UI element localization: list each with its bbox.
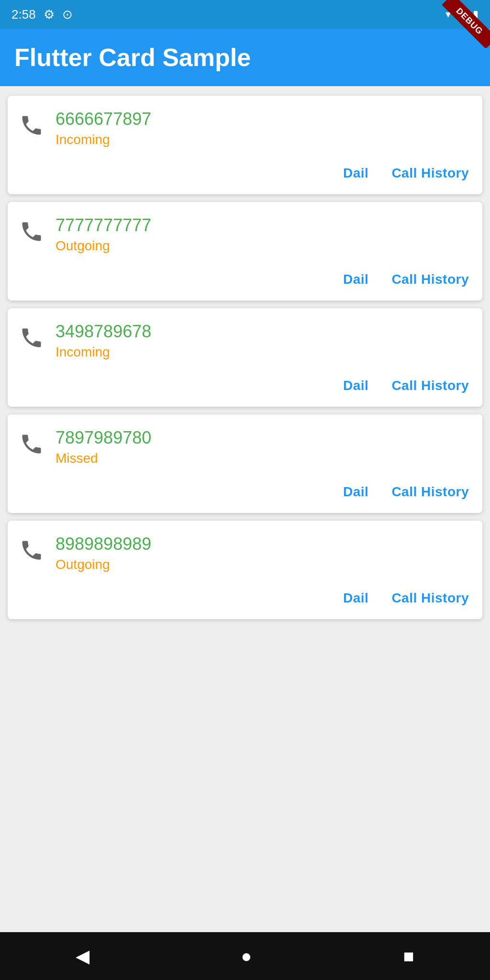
card-info-2: 7777777777 Outgoing <box>56 215 151 254</box>
card-top-5: 8989898989 Outgoing <box>19 534 471 572</box>
card-top-1: 6666677897 Incoming <box>19 109 471 147</box>
call-history-button-1[interactable]: Call History <box>390 162 471 185</box>
call-type-5: Outgoing <box>56 557 151 572</box>
phone-number-5: 8989898989 <box>56 534 151 554</box>
status-left: 2:58 ⚙ ⊙ <box>11 7 73 22</box>
card-info-5: 8989898989 Outgoing <box>56 534 151 572</box>
call-card-4: 7897989780 Missed Dail Call History <box>8 414 482 513</box>
dail-button-5[interactable]: Dail <box>341 587 370 610</box>
call-history-button-5[interactable]: Call History <box>390 587 471 610</box>
nav-recent-button[interactable]: ■ <box>394 940 424 972</box>
call-type-3: Incoming <box>56 345 151 360</box>
dail-button-3[interactable]: Dail <box>341 374 370 397</box>
card-info-3: 3498789678 Incoming <box>56 322 151 360</box>
nav-home-button[interactable]: ● <box>232 940 262 972</box>
status-bar: 2:58 ⚙ ⊙ ▾ ▲ ▮ <box>0 0 490 29</box>
call-type-1: Incoming <box>56 132 151 147</box>
phone-number-1: 6666677897 <box>56 109 151 129</box>
call-history-button-3[interactable]: Call History <box>390 374 471 397</box>
call-card-5: 8989898989 Outgoing Dail Call History <box>8 521 482 619</box>
status-time: 2:58 <box>11 7 36 22</box>
at-sign-icon: ⊙ <box>62 7 73 22</box>
phone-icon-3 <box>19 325 44 356</box>
call-history-button-2[interactable]: Call History <box>390 268 471 291</box>
phone-icon-5 <box>19 538 44 568</box>
card-actions-5: Dail Call History <box>19 587 471 610</box>
card-actions-1: Dail Call History <box>19 162 471 185</box>
card-top-3: 3498789678 Incoming <box>19 322 471 360</box>
call-type-2: Outgoing <box>56 238 151 254</box>
dail-button-4[interactable]: Dail <box>341 480 370 503</box>
call-card-3: 3498789678 Incoming Dail Call History <box>8 308 482 407</box>
phone-number-2: 7777777777 <box>56 215 151 235</box>
settings-icon: ⚙ <box>44 7 55 22</box>
card-info-4: 7897989780 Missed <box>56 428 151 466</box>
card-actions-3: Dail Call History <box>19 374 471 397</box>
card-actions-4: Dail Call History <box>19 480 471 503</box>
phone-number-4: 7897989780 <box>56 428 151 448</box>
call-history-button-4[interactable]: Call History <box>390 480 471 503</box>
card-top-2: 7777777777 Outgoing <box>19 215 471 254</box>
phone-icon-1 <box>19 113 44 144</box>
card-top-4: 7897989780 Missed <box>19 428 471 466</box>
phone-icon-2 <box>19 219 44 250</box>
phone-number-3: 3498789678 <box>56 322 151 342</box>
signal-icon: ▲ <box>457 8 467 21</box>
wifi-icon: ▾ <box>445 8 451 21</box>
phone-icon-4 <box>19 432 44 462</box>
call-card-1: 6666677897 Incoming Dail Call History <box>8 96 482 194</box>
main-content: 6666677897 Incoming Dail Call History 77… <box>0 86 490 932</box>
dail-button-2[interactable]: Dail <box>341 268 370 291</box>
card-info-1: 6666677897 Incoming <box>56 109 151 147</box>
app-title: Flutter Card Sample <box>14 43 251 72</box>
call-type-4: Missed <box>56 451 151 466</box>
app-bar: Flutter Card Sample <box>0 29 490 86</box>
call-card-2: 7777777777 Outgoing Dail Call History <box>8 202 482 301</box>
battery-icon: ▮ <box>473 8 479 21</box>
card-actions-2: Dail Call History <box>19 268 471 291</box>
status-right: ▾ ▲ ▮ <box>445 8 479 21</box>
nav-back-button[interactable]: ◀ <box>66 940 99 972</box>
nav-bar[interactable]: ◀ ● ■ <box>0 932 490 980</box>
dail-button-1[interactable]: Dail <box>341 162 370 185</box>
